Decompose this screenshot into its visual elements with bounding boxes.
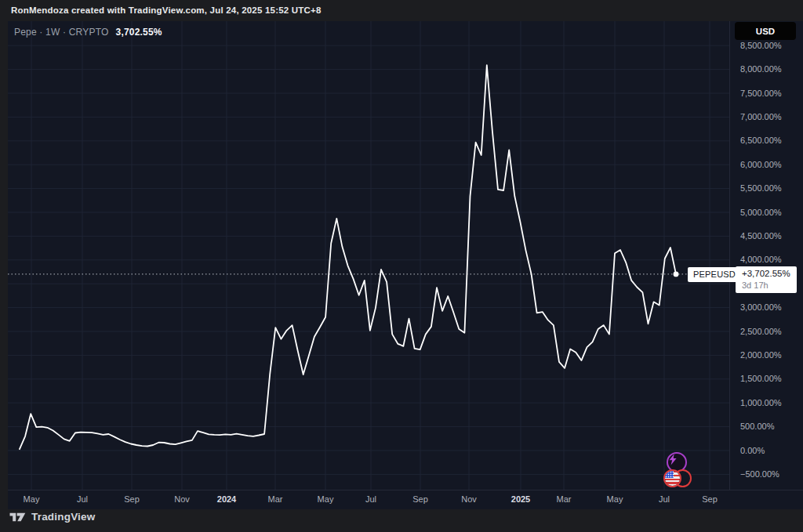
x-axis-tick-label: 2025	[511, 494, 530, 504]
x-axis-tick-label: Jul	[365, 494, 376, 504]
y-axis-tick-label: −500.00%	[740, 469, 779, 479]
chart-panel: Pepe · 1W · CRYPTO3,702.55% PEPEUSD MayJ…	[8, 21, 803, 509]
y-axis-tick-label: 500.00%	[740, 422, 774, 431]
y-axis-tick-label: 8,500.00%	[740, 41, 782, 50]
lightning-bolt-icon	[668, 454, 678, 465]
x-axis-tick-label: May	[607, 494, 623, 504]
y-axis-tick-label: 4,000.00%	[740, 255, 782, 264]
x-axis-tick-label: Mar	[557, 494, 572, 504]
flag-canton	[665, 471, 674, 478]
y-axis-tick-label: 3,000.00%	[740, 302, 782, 312]
y-axis-tick-label: 5,500.00%	[740, 183, 782, 193]
symbol-legend[interactable]: Pepe · 1W · CRYPTO3,702.55%	[14, 27, 162, 38]
x-axis-tick-label: Sep	[124, 494, 140, 504]
y-axis-tick-label: 8,000.00%	[740, 64, 782, 74]
x-axis-tick-label: Sep	[412, 494, 428, 504]
price-chart-canvas[interactable]	[8, 21, 729, 490]
x-axis-tick-label: Nov	[174, 494, 190, 504]
tradingview-logo-icon	[9, 511, 26, 523]
x-axis-tick-label: May	[318, 494, 334, 504]
x-axis-tick-label: Jul	[659, 494, 670, 504]
y-axis-tick-label: 2,500.00%	[740, 327, 782, 336]
y-axis-tick-label: 7,500.00%	[740, 89, 782, 98]
x-axis-tick-label: Nov	[461, 494, 477, 504]
x-axis-tick-label: Mar	[268, 494, 283, 504]
price-axis[interactable]: USD +3,702.55% 3d 17h 8,500.00%8,000.00%…	[729, 21, 803, 490]
symbol-description: Pepe · 1W · CRYPTO	[14, 27, 109, 38]
current-price-value: +3,702.55%	[742, 268, 794, 280]
us-flag-icon	[663, 469, 681, 487]
y-axis-tick-label: 6,000.00%	[740, 160, 782, 169]
y-axis-tick-label: 2,000.00%	[740, 350, 782, 360]
time-axis[interactable]: MayJulSepNov2024MarMayJulSepNov2025MarMa…	[8, 490, 803, 509]
y-axis-tick-label: 5,000.00%	[740, 208, 782, 217]
x-axis-tick-label: Jul	[77, 494, 88, 504]
x-axis-tick-label: Sep	[702, 494, 718, 504]
flag-marker-icon[interactable]	[663, 469, 692, 487]
x-axis-tick-label: 2024	[217, 494, 236, 504]
tradingview-logo-link[interactable]: TradingView	[9, 511, 95, 523]
price-line-symbol-label: PEPEUSD	[688, 267, 741, 282]
chart-plot-area[interactable]: Pepe · 1W · CRYPTO3,702.55% PEPEUSD	[8, 21, 729, 490]
y-axis-tick-label: 1,500.00%	[740, 374, 782, 383]
last-price-dot	[674, 272, 679, 277]
price-line-series	[20, 65, 676, 449]
current-price-label: +3,702.55% 3d 17h	[736, 266, 797, 293]
y-axis-tick-label: 4,500.00%	[740, 231, 782, 241]
bar-countdown: 3d 17h	[742, 280, 794, 291]
currency-toggle-button[interactable]: USD	[735, 22, 796, 40]
y-axis-tick-label: 7,000.00%	[740, 112, 782, 121]
attribution-text: RonMendoza created with TradingView.com,…	[11, 0, 322, 21]
y-axis-tick-label: 0.00%	[740, 446, 765, 455]
x-axis-tick-label: May	[24, 494, 40, 504]
y-axis-tick-label: 1,000.00%	[740, 398, 782, 407]
tradingview-brand-text: TradingView	[31, 511, 95, 523]
y-axis-tick-label: 6,500.00%	[740, 136, 782, 145]
percent-change-value: 3,702.55%	[116, 27, 162, 38]
